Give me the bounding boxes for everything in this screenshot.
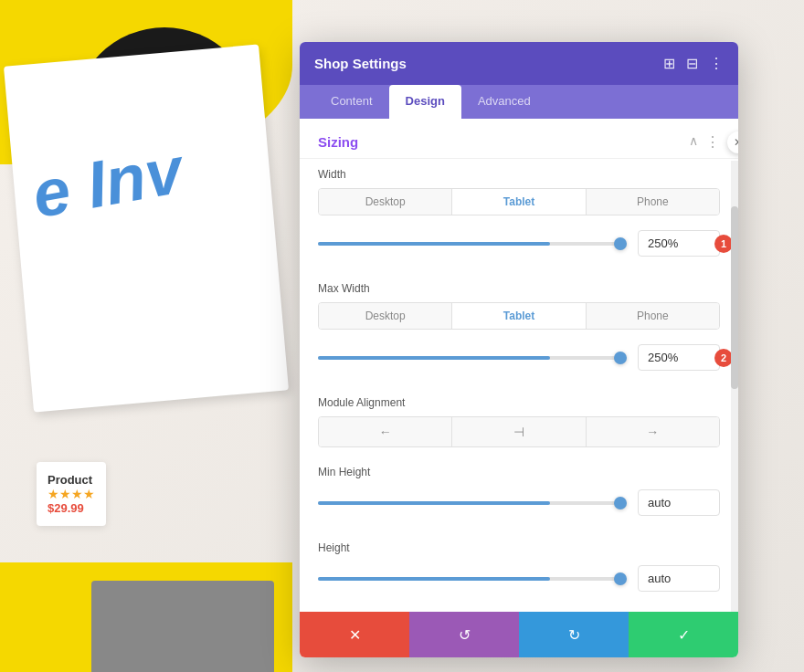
height-slider-fill bbox=[318, 577, 550, 581]
product-price: $29.99 bbox=[48, 501, 95, 515]
width-tablet-tab[interactable]: Tablet bbox=[452, 189, 586, 215]
min-height-value-input[interactable] bbox=[638, 489, 720, 516]
paper-text: e Inv bbox=[27, 137, 186, 227]
max-width-desktop-tab[interactable]: Desktop bbox=[319, 303, 452, 329]
modal-title: Shop Settings bbox=[314, 56, 407, 71]
height-slider-track[interactable] bbox=[318, 577, 627, 581]
redo-icon: ↻ bbox=[568, 626, 580, 644]
width-input-wrap: 1 bbox=[638, 230, 720, 257]
section-more-icon[interactable]: ⋮ bbox=[705, 133, 720, 151]
scrollbar-thumb[interactable] bbox=[731, 206, 738, 389]
modal-header: Shop Settings ⊞ ⊟ ⋮ bbox=[300, 42, 738, 85]
align-left-icon: ← bbox=[379, 425, 392, 439]
field-width: Width Desktop Tablet Phone 1 bbox=[300, 159, 738, 273]
min-height-slider-fill bbox=[318, 501, 550, 505]
align-center-icon: ⊣ bbox=[513, 425, 524, 439]
max-width-input-wrap: 2 bbox=[638, 344, 720, 371]
max-width-slider-thumb[interactable] bbox=[614, 352, 627, 364]
width-slider-track[interactable] bbox=[318, 242, 627, 246]
section-collapse-icon[interactable]: ∧ bbox=[689, 133, 698, 151]
height-slider-row bbox=[318, 562, 720, 599]
max-width-slider-row: 2 bbox=[318, 341, 720, 378]
width-slider-thumb[interactable] bbox=[614, 237, 627, 250]
max-width-value-input[interactable] bbox=[638, 344, 720, 371]
undo-button[interactable]: ↺ bbox=[409, 612, 519, 657]
field-module-alignment: Module Alignment ← ⊣ → bbox=[300, 387, 738, 457]
more-icon[interactable]: ⋮ bbox=[709, 55, 724, 72]
align-right-button[interactable]: → bbox=[587, 417, 719, 446]
product-stars: ★★★★ bbox=[48, 487, 95, 501]
close-icon: ✕ bbox=[734, 136, 738, 149]
height-value-input[interactable] bbox=[638, 565, 720, 592]
width-device-tabs: Desktop Tablet Phone bbox=[318, 188, 720, 215]
module-alignment-label: Module Alignment bbox=[318, 396, 720, 409]
tab-advanced[interactable]: Advanced bbox=[461, 85, 547, 119]
modal-panel: Shop Settings ⊞ ⊟ ⋮ Content Design Advan… bbox=[300, 42, 738, 657]
width-slider-row: 1 bbox=[318, 226, 720, 264]
width-value-input[interactable] bbox=[638, 230, 720, 257]
max-width-label: Max Width bbox=[318, 282, 720, 295]
width-badge: 1 bbox=[714, 235, 733, 253]
header-icons: ⊞ ⊟ ⋮ bbox=[663, 55, 724, 72]
min-height-slider-row bbox=[318, 486, 720, 523]
modal-tabs: Content Design Advanced bbox=[300, 85, 738, 119]
undo-icon: ↺ bbox=[459, 626, 471, 644]
section-sizing-icons: ∧ ⋮ bbox=[689, 133, 720, 151]
redo-button[interactable]: ↻ bbox=[519, 612, 629, 657]
height-label: Height bbox=[318, 541, 720, 554]
section-sizing-title: Sizing bbox=[318, 134, 358, 150]
save-button[interactable]: ✓ bbox=[629, 612, 738, 657]
modal-content: Sizing ∧ ⋮ Width Desktop Tablet Phone bbox=[300, 119, 738, 612]
field-max-width: Max Width Desktop Tablet Phone 2 bbox=[300, 273, 738, 387]
max-width-phone-tab[interactable]: Phone bbox=[587, 303, 719, 329]
max-width-slider-track[interactable] bbox=[318, 356, 627, 360]
min-height-label: Min Height bbox=[318, 466, 720, 478]
max-width-device-tabs: Desktop Tablet Phone bbox=[318, 302, 720, 330]
tab-design[interactable]: Design bbox=[389, 85, 461, 119]
delete-icon: ✕ bbox=[349, 626, 361, 644]
save-icon: ✓ bbox=[678, 626, 690, 644]
align-left-button[interactable]: ← bbox=[319, 417, 452, 446]
split-icon[interactable]: ⊟ bbox=[686, 55, 698, 72]
field-min-height: Min Height bbox=[300, 457, 738, 532]
width-phone-tab[interactable]: Phone bbox=[587, 189, 719, 215]
height-slider-thumb[interactable] bbox=[614, 572, 627, 585]
bg-paper: e Inv bbox=[4, 45, 289, 413]
align-center-button[interactable]: ⊣ bbox=[452, 417, 586, 446]
product-name: Product bbox=[48, 473, 95, 487]
min-height-slider-thumb[interactable] bbox=[614, 497, 627, 509]
max-width-slider-fill bbox=[318, 356, 550, 360]
expand-icon[interactable]: ⊞ bbox=[663, 55, 675, 72]
min-height-slider-track[interactable] bbox=[318, 501, 627, 505]
bg-thumb bbox=[91, 581, 274, 672]
max-width-tablet-tab[interactable]: Tablet bbox=[452, 303, 586, 329]
width-label: Width bbox=[318, 168, 720, 181]
width-desktop-tab[interactable]: Desktop bbox=[319, 189, 452, 215]
product-card: Product ★★★★ $29.99 bbox=[37, 462, 106, 526]
tab-content[interactable]: Content bbox=[314, 85, 389, 119]
max-width-badge: 2 bbox=[714, 349, 733, 367]
width-slider-fill bbox=[318, 242, 550, 246]
section-sizing-header: Sizing ∧ ⋮ bbox=[300, 119, 738, 159]
modal-actions: ✕ ↺ ↻ ✓ bbox=[300, 612, 738, 657]
alignment-buttons: ← ⊣ → bbox=[318, 416, 720, 447]
field-height: Height bbox=[300, 532, 738, 608]
delete-button[interactable]: ✕ bbox=[300, 612, 409, 657]
vertical-scrollbar[interactable] bbox=[731, 161, 738, 612]
align-right-icon: → bbox=[646, 425, 659, 439]
